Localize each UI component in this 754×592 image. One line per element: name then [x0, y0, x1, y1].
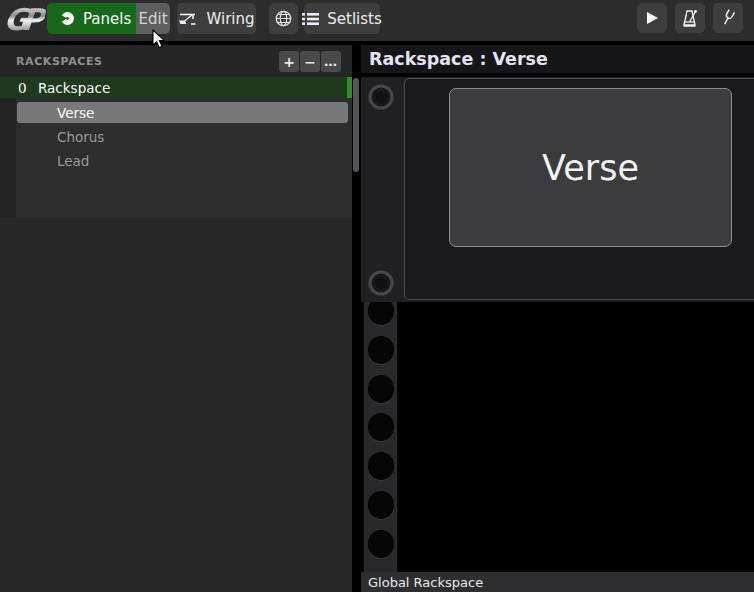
- sidebar-scrollbar[interactable]: [353, 78, 359, 172]
- app-logo: GP: [2, 2, 46, 37]
- rack-rail-slot: [368, 413, 394, 441]
- panels-button[interactable]: Panels: [47, 3, 136, 34]
- rack-rail-slot: [368, 491, 394, 519]
- edit-button[interactable]: Edit: [136, 3, 170, 34]
- knob-icon: [60, 11, 75, 26]
- toolbar: GP Panels Edit: [0, 0, 754, 41]
- view-mode-group: Panels Edit: [47, 3, 170, 34]
- rackspace-panel[interactable]: Verse: [404, 78, 754, 300]
- tree-indent: [0, 98, 16, 217]
- active-rackspace-stripe: [347, 77, 352, 98]
- widget-label: Verse: [542, 148, 639, 188]
- variation-list: Verse Chorus Lead: [0, 98, 352, 217]
- wiring-button[interactable]: Wiring: [177, 3, 256, 34]
- rackspace-title-bar: Rackspace : Verse: [361, 45, 754, 73]
- rackspaces-header-label: RACKSPACES: [16, 55, 103, 68]
- rack-rail-slot: [368, 302, 394, 325]
- variation-label: Chorus: [57, 129, 104, 145]
- global-rackspace-label: Global Rackspace: [368, 575, 483, 590]
- rackspace-index: 0: [18, 80, 27, 96]
- remove-rackspace-button[interactable]: −: [300, 51, 320, 72]
- setlists-label: Setlists: [327, 10, 381, 28]
- globe-button[interactable]: [269, 3, 298, 34]
- list-icon: [302, 12, 319, 26]
- add-rackspace-button[interactable]: +: [279, 51, 299, 72]
- variation-label: Verse: [57, 105, 94, 121]
- rackspace-title: Rackspace : Verse: [369, 49, 548, 69]
- rack-rail-slot: [368, 530, 394, 558]
- globe-icon: [274, 9, 293, 28]
- rack-rail-slot: [368, 452, 394, 480]
- rackspaces-header: RACKSPACES + − …: [0, 45, 352, 77]
- wiring-icon: [178, 11, 198, 27]
- variation-label: Lead: [57, 153, 89, 169]
- empty-rack-area: [361, 302, 754, 572]
- metronome-button[interactable]: [675, 3, 705, 33]
- tuning-fork-button[interactable]: [713, 3, 743, 33]
- variation-item-chorus[interactable]: Chorus: [17, 126, 348, 147]
- verse-text-widget[interactable]: Verse: [449, 88, 732, 247]
- variation-item-lead[interactable]: Lead: [17, 150, 348, 171]
- global-rackspace-bar[interactable]: Global Rackspace: [361, 572, 754, 592]
- rack-rail-slot: [368, 336, 394, 364]
- rackspace-list-item[interactable]: 0 Rackspace: [0, 77, 352, 98]
- rack-rail-slot: [368, 375, 394, 403]
- rack-screw-icon: [366, 268, 396, 298]
- tuning-fork-icon: [718, 8, 738, 28]
- rackspace-name: Rackspace: [38, 80, 110, 96]
- edit-label: Edit: [138, 10, 167, 28]
- play-button[interactable]: [637, 3, 667, 33]
- more-options-button[interactable]: …: [321, 51, 341, 72]
- rack-rail: [364, 302, 397, 572]
- variation-item-verse[interactable]: Verse: [17, 102, 348, 123]
- play-icon: [645, 11, 659, 25]
- gig-performer-window: GP Panels Edit: [0, 0, 754, 592]
- rack-screw-icon: [366, 82, 396, 112]
- setlists-button[interactable]: Setlists: [304, 3, 380, 34]
- wiring-label: Wiring: [206, 10, 254, 28]
- metronome-icon: [680, 9, 700, 28]
- panels-label: Panels: [83, 10, 131, 28]
- rack-front-panel-area: Verse: [361, 77, 754, 302]
- rackspaces-panel: RACKSPACES + − … 0 Rackspace Verse Choru…: [0, 45, 352, 592]
